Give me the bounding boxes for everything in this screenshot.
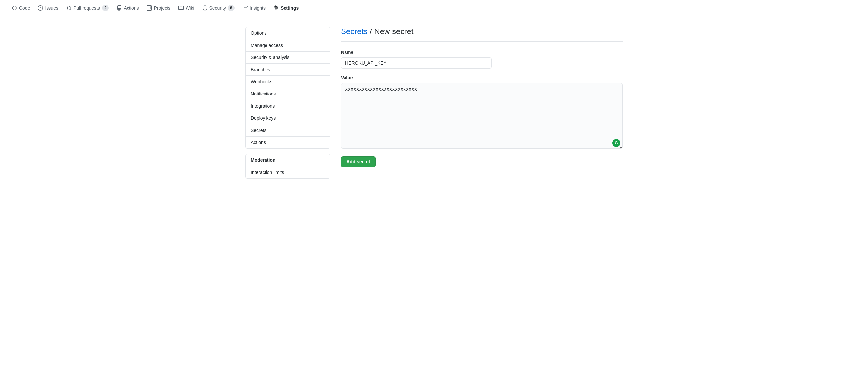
- name-input[interactable]: [341, 57, 492, 68]
- nav-label-code: Code: [19, 5, 30, 10]
- pr-icon: [66, 5, 71, 10]
- nav-label-pull-requests: Pull requests: [73, 5, 100, 10]
- nav-item-pull-requests[interactable]: Pull requests 2: [62, 0, 113, 17]
- sidebar-item-security-analysis[interactable]: Security & analysis: [246, 52, 330, 64]
- nav-label-actions: Actions: [124, 5, 139, 10]
- security-badge: 8: [228, 5, 235, 11]
- issues-icon: [38, 5, 43, 10]
- nav-label-settings: Settings: [281, 5, 299, 10]
- nav-label-security: Security: [210, 5, 226, 10]
- insights-icon: [243, 5, 248, 10]
- breadcrumb-current: / New secret: [370, 27, 413, 36]
- top-nav: Code Issues Pull requests 2 Actions: [0, 0, 868, 17]
- name-label: Name: [341, 50, 623, 55]
- settings-icon: [273, 5, 279, 10]
- nav-item-insights[interactable]: Insights: [239, 0, 270, 17]
- textarea-wrapper: G: [341, 83, 623, 150]
- sidebar-item-interaction-limits[interactable]: Interaction limits: [246, 166, 330, 178]
- sidebar-item-manage-access[interactable]: Manage access: [246, 39, 330, 52]
- nav-label-wiki: Wiki: [186, 5, 194, 10]
- sidebar-moderation-section: Moderation Interaction limits: [245, 154, 331, 178]
- sidebar-main-section: Options Manage access Security & analysi…: [245, 27, 331, 149]
- sidebar-item-secrets[interactable]: Secrets: [246, 124, 330, 137]
- value-form-group: Value G: [341, 75, 623, 150]
- page-heading: Secrets / New secret: [341, 27, 623, 42]
- nav-item-projects[interactable]: Projects: [143, 0, 175, 17]
- nav-label-projects: Projects: [154, 5, 170, 10]
- sidebar-item-webhooks[interactable]: Webhooks: [246, 76, 330, 88]
- sidebar-item-notifications[interactable]: Notifications: [246, 88, 330, 100]
- moderation-header: Moderation: [246, 154, 330, 166]
- security-icon: [202, 5, 208, 10]
- grammarly-icon: G: [612, 139, 620, 147]
- nav-item-actions[interactable]: Actions: [113, 0, 143, 17]
- wiki-icon: [178, 5, 184, 10]
- value-textarea[interactable]: [341, 83, 623, 149]
- nav-item-wiki[interactable]: Wiki: [175, 0, 198, 17]
- nav-label-insights: Insights: [250, 5, 266, 10]
- sidebar-item-deploy-keys[interactable]: Deploy keys: [246, 112, 330, 124]
- sidebar: Options Manage access Security & analysi…: [245, 27, 331, 184]
- secrets-breadcrumb-link[interactable]: Secrets: [341, 27, 368, 36]
- nav-item-security[interactable]: Security 8: [198, 0, 239, 17]
- page-layout: Options Manage access Security & analysi…: [237, 17, 631, 194]
- name-form-group: Name: [341, 50, 623, 68]
- nav-item-settings[interactable]: Settings: [270, 0, 303, 17]
- nav-label-issues: Issues: [45, 5, 58, 10]
- main-content: Secrets / New secret Name Value G Add se…: [341, 27, 623, 184]
- value-label: Value: [341, 75, 623, 80]
- sidebar-item-actions[interactable]: Actions: [246, 137, 330, 148]
- nav-item-issues[interactable]: Issues: [34, 0, 62, 17]
- projects-icon: [147, 5, 152, 10]
- sidebar-item-integrations[interactable]: Integrations: [246, 100, 330, 112]
- pr-badge: 2: [102, 5, 109, 11]
- actions-icon: [117, 5, 122, 10]
- sidebar-item-options[interactable]: Options: [246, 27, 330, 39]
- code-icon: [12, 5, 17, 10]
- sidebar-item-branches[interactable]: Branches: [246, 64, 330, 76]
- add-secret-button[interactable]: Add secret: [341, 156, 376, 167]
- nav-item-code[interactable]: Code: [8, 0, 34, 17]
